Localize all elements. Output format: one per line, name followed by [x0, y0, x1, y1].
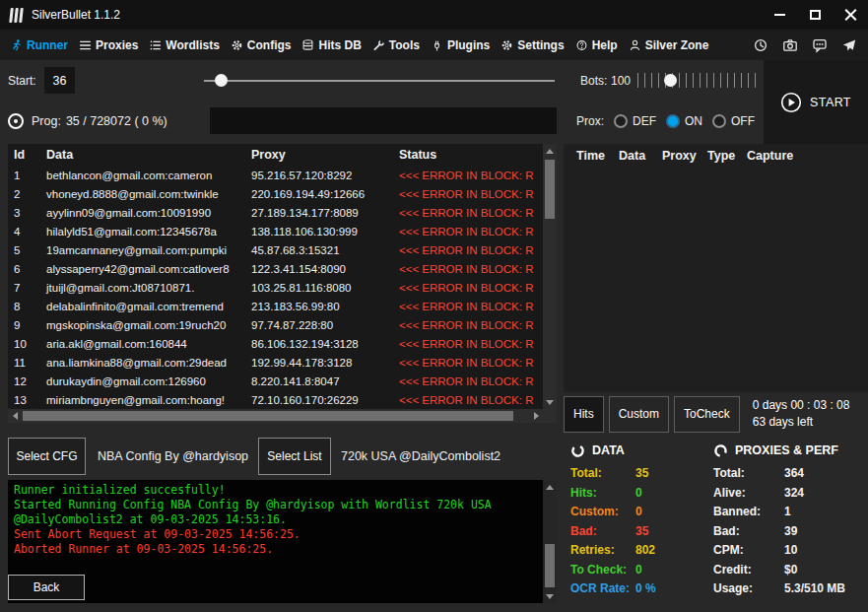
stat-label: Retries:: [570, 541, 635, 561]
log-scroll-thumb[interactable]: [545, 544, 555, 587]
results-header: Id Data Proxy Status: [8, 144, 557, 166]
vertical-scroll-thumb[interactable]: [545, 160, 555, 219]
table-row[interactable]: 9 mgskopinska@gmail.com:19ruch20 97.74.8…: [8, 315, 543, 334]
nav-item-plugins[interactable]: Plugins: [431, 38, 490, 52]
nav-quick-icons: [750, 34, 860, 56]
chat-icon: [812, 37, 828, 53]
log-line: Started Running Config NBA Config By @ha…: [14, 498, 539, 527]
titlebar: SilverBullet 1.1.2: [0, 0, 868, 30]
close-button[interactable]: [833, 0, 868, 30]
log-scroll-down-arrow[interactable]: [543, 589, 557, 603]
nav-item-wordlists[interactable]: Wordlists: [149, 38, 219, 52]
stat-value: 5.3/510 MB: [784, 579, 845, 599]
maximize-icon: [810, 10, 821, 20]
stat-label: Hits:: [570, 484, 635, 504]
stat-label: Bad:: [713, 522, 784, 542]
cell-status: <<< ERROR IN BLOCK: R: [393, 263, 543, 275]
scroll-down-arrow[interactable]: [543, 395, 557, 409]
prox-label: Prox:: [576, 114, 604, 128]
table-row[interactable]: 1 bethlancon@gmail.com:cameron 95.216.57…: [8, 166, 543, 184]
cell-data: aria.akl@gmail.com:160844: [40, 338, 245, 350]
table-row[interactable]: 3 ayylinn09@gmail.com:10091990 27.189.13…: [8, 203, 543, 222]
start-slider[interactable]: [204, 80, 555, 82]
select-cfg-button[interactable]: Select CFG: [8, 438, 86, 475]
cell-id: 11: [8, 357, 40, 369]
stat-value: 364: [784, 464, 804, 484]
log-scroll-up-arrow[interactable]: [543, 480, 557, 494]
scroll-left-arrow[interactable]: [8, 409, 22, 423]
cell-proxy: 192.99.44.178:3128: [245, 357, 393, 369]
nav-item-proxies[interactable]: Proxies: [79, 38, 138, 52]
prox-radio-option[interactable]: ON: [666, 114, 702, 128]
screenshot-button[interactable]: [779, 34, 801, 56]
gear-icon: [231, 38, 243, 52]
close-icon: [844, 9, 856, 21]
horizontal-scroll-thumb[interactable]: [23, 411, 513, 421]
telegram-button[interactable]: [838, 34, 860, 56]
stat-label: Bad:: [570, 522, 635, 542]
horizontal-scrollbar[interactable]: [8, 409, 543, 423]
table-row[interactable]: 8 delabalinfinito@gmail.com:tremend 213.…: [8, 297, 543, 315]
table-row[interactable]: 6 alyssaperry42@gmail.com:catlover8 122.…: [8, 259, 543, 278]
nav-item-hits-db[interactable]: Hits DB: [301, 38, 361, 52]
history-icon: [753, 37, 768, 53]
start-slider-thumb[interactable]: [215, 74, 228, 87]
start-input[interactable]: [44, 67, 75, 94]
nav-label: Wordlists: [166, 38, 219, 52]
cell-data: 19amcannaney@gmail.com:pumpki: [40, 244, 245, 256]
select-list-button[interactable]: Select List: [258, 438, 331, 475]
scroll-right-arrow[interactable]: [529, 409, 543, 423]
stat-value: 0: [635, 503, 642, 522]
table-row[interactable]: 13 miriambnguyen@gmail.com:hoang! 72.10.…: [8, 390, 543, 409]
log-scrollbar[interactable]: [543, 480, 557, 603]
log-line: Sent Abort Request at 09-03-2025 14:56:2…: [14, 527, 539, 542]
table-row[interactable]: 7 jtuijl@gmail.com:Jt08710871. 103.25.81…: [8, 278, 543, 297]
bots-label: Bots:: [580, 74, 607, 88]
data-ring-icon: [570, 443, 585, 458]
header-data: Data: [40, 148, 245, 162]
table-row[interactable]: 12 durukaydin@gmail.com:126960 8.220.141…: [8, 372, 543, 390]
tab-custom[interactable]: Custom: [609, 396, 669, 433]
cell-id: 12: [8, 375, 40, 387]
minimize-button[interactable]: [762, 0, 797, 30]
nav-label: Hits DB: [318, 38, 361, 52]
start-button[interactable]: START: [764, 60, 868, 144]
app-window: SilverBullet 1.1.2 Runner Proxies: [0, 0, 868, 612]
plug-icon: [431, 38, 443, 52]
nav-item-tools[interactable]: Tools: [372, 38, 420, 52]
cell-proxy: 220.169.194.49:12666: [245, 188, 393, 200]
table-row[interactable]: 5 19amcannaney@gmail.com:pumpki 45.87.68…: [8, 240, 543, 259]
help-icon: [575, 38, 588, 52]
window-title: SilverBullet 1.1.2: [32, 8, 120, 22]
vertical-scrollbar[interactable]: [543, 144, 557, 409]
table-row[interactable]: 10 aria.akl@gmail.com:160844 86.106.132.…: [8, 334, 543, 353]
nav-item-settings[interactable]: Settings: [501, 38, 564, 52]
radio-icon: [712, 114, 726, 128]
history-button[interactable]: [750, 34, 771, 56]
selected-config-name: NBA Config By @hardyisop: [98, 449, 248, 463]
table-row[interactable]: 2 vhoneyd.8888@gmail.com:twinkle 220.169…: [8, 184, 543, 203]
cell-proxy: 95.216.57.120:8292: [245, 170, 393, 181]
prox-radio-option[interactable]: DEF: [614, 114, 656, 128]
bots-slider-thumb[interactable]: [664, 74, 677, 87]
table-row[interactable]: 11 ana.liamkina88@gmail.com:29dead 192.9…: [8, 353, 543, 372]
data-stats-panel: DATA Total: 35 Hits: 0 Custom: 0 Bad: 35: [570, 441, 710, 599]
tab-tocheck[interactable]: ToCheck: [674, 396, 740, 433]
chat-button[interactable]: [809, 34, 831, 56]
nav-item-silver-zone[interactable]: Silver Zone: [629, 38, 709, 52]
maximize-button[interactable]: [797, 0, 833, 30]
cell-data: jtuijl@gmail.com:Jt08710871.: [40, 282, 245, 294]
nav-item-help[interactable]: Help: [575, 38, 618, 52]
bots-slider[interactable]: [637, 73, 757, 88]
stat-value: 39: [784, 522, 797, 542]
table-row[interactable]: 4 hilalyld51@gmail.com:12345678a 138.118…: [8, 222, 543, 240]
scroll-up-arrow[interactable]: [543, 144, 557, 158]
prox-radio-option[interactable]: OFF: [712, 114, 755, 128]
tab-hits[interactable]: Hits: [564, 396, 604, 433]
stat-row: Bad: 39: [713, 522, 866, 542]
minimize-icon: [774, 14, 785, 16]
nav-item-runner[interactable]: Runner: [10, 38, 68, 52]
back-button[interactable]: Back: [8, 575, 85, 600]
nav-item-configs[interactable]: Configs: [231, 38, 292, 52]
cell-data: mgskopinska@gmail.com:19ruch20: [40, 319, 245, 331]
